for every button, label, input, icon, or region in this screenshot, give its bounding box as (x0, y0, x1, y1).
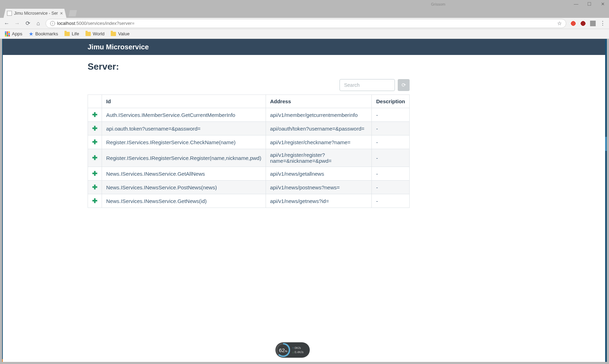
back-button[interactable]: ← (4, 20, 10, 27)
cell-address: api/v1/news/postnews?news= (266, 181, 372, 194)
cell-description: - (372, 108, 410, 122)
services-table: Id Address Description ✚Auth.IServices.I… (88, 94, 410, 208)
forward-button[interactable]: → (14, 20, 20, 27)
system-overlay-widget[interactable]: 62% 0K/s 0.4K/s (275, 342, 310, 358)
window-user-label: Grissom (0, 2, 445, 6)
expand-icon[interactable]: ✚ (88, 194, 102, 208)
expand-icon[interactable]: ✚ (88, 167, 102, 181)
cell-id: Register.IServices.IRegisterService.Regi… (102, 149, 266, 167)
window-minimize-button[interactable]: — (573, 1, 580, 7)
folder-icon (111, 32, 116, 36)
refresh-button[interactable]: ⟳ (398, 79, 410, 91)
cell-description: - (372, 194, 410, 208)
app-title: Jimu Microservice (88, 43, 149, 51)
bookmark-label: Value (118, 31, 129, 36)
url-bar[interactable]: i localhost:5000/services/index?server= … (46, 19, 566, 28)
expand-icon[interactable]: ✚ (88, 122, 102, 135)
col-description: Description (372, 95, 410, 108)
page-viewport: Jimu Microservice Server: ⟳ Id Address D… (2, 39, 607, 362)
bookmark-star-icon[interactable]: ☆ (557, 20, 562, 27)
cell-address: api/oauth/token?username=&password= (266, 122, 372, 135)
new-tab-button[interactable] (69, 10, 77, 16)
tab-close-icon[interactable]: × (60, 10, 63, 16)
bookmark-item[interactable]: ★ Bookmarks (29, 31, 58, 37)
bookmark-folder-life[interactable]: Life (64, 31, 79, 36)
expand-icon[interactable]: ✚ (88, 135, 102, 149)
table-row: ✚News.IServices.INewsService.GetNews(id)… (88, 194, 410, 208)
table-row: ✚api.oauth.token?username=&password=api/… (88, 122, 410, 135)
tab-title: Jimu Microservice - Ser (14, 11, 58, 16)
cell-id: News.IServices.INewsService.GetAllNews (102, 167, 266, 181)
apps-button[interactable]: Apps (5, 31, 22, 36)
expand-icon[interactable]: ✚ (88, 149, 102, 167)
cell-address: api/v1/register/register?name=&nickname=… (266, 149, 372, 167)
cell-id: News.IServices.INewsService.GetNews(id) (102, 194, 266, 208)
browser-toolbar: ← → ⟳ ⌂ i localhost:5000/services/index?… (0, 18, 609, 29)
cell-id: Auth.IServices.IMemberService.GetCurrent… (102, 108, 266, 122)
bookmark-label: Bookmarks (35, 31, 58, 36)
cell-address: api/v1/register/checkname?name= (266, 135, 372, 149)
folder-icon (64, 32, 70, 36)
extension-icon[interactable] (590, 21, 596, 26)
net-download: 0.4K/s (292, 350, 303, 354)
cell-address: api/v1/news/getallnews (266, 167, 372, 181)
cell-description: - (372, 167, 410, 181)
cpu-gauge: 62% (276, 343, 290, 357)
network-stats: 0K/s 0.4K/s (292, 346, 303, 354)
bookmark-label: Life (72, 31, 79, 36)
search-input[interactable] (340, 79, 395, 91)
extension-icon[interactable] (570, 21, 576, 26)
expand-icon[interactable]: ✚ (88, 108, 102, 122)
star-icon: ★ (29, 31, 33, 37)
reload-button[interactable]: ⟳ (25, 20, 31, 27)
bookmark-label: Apps (12, 31, 22, 36)
cell-id: api.oauth.token?username=&password= (102, 122, 266, 135)
cell-id: News.IServices.INewsService.PostNews(new… (102, 181, 266, 194)
page-icon (7, 11, 12, 16)
right-accent (605, 39, 607, 362)
table-row: ✚News.IServices.INewsService.PostNews(ne… (88, 181, 410, 194)
table-row: ✚News.IServices.INewsService.GetAllNewsa… (88, 167, 410, 181)
cell-description: - (372, 181, 410, 194)
col-expand (88, 95, 102, 108)
cell-description: - (372, 149, 410, 167)
window-close-button[interactable]: ✕ (599, 1, 606, 7)
page-heading: Server: (88, 61, 410, 72)
col-id: Id (102, 95, 266, 108)
cell-address: api/v1/news/getnews?id= (266, 194, 372, 208)
refresh-icon: ⟳ (402, 82, 406, 88)
cell-id: Register.IServices.IRegisterService.Chec… (102, 135, 266, 149)
folder-icon (85, 32, 91, 36)
window-maximize-button[interactable]: ☐ (586, 1, 593, 7)
url-text: localhost:5000/services/index?server= (57, 21, 135, 26)
page-content: Server: ⟳ Id Address Description ✚Auth.I… (2, 55, 410, 208)
browser-tab-strip: Jimu Microservice - Ser × (0, 8, 609, 18)
table-row: ✚Auth.IServices.IMemberService.GetCurren… (88, 108, 410, 122)
apps-icon (5, 31, 10, 36)
expand-icon[interactable]: ✚ (88, 181, 102, 194)
window-titlebar: Grissom — ☐ ✕ (0, 0, 609, 8)
bookmark-label: World (93, 31, 105, 36)
cpu-percent: 62% (279, 347, 287, 353)
table-header-row: Id Address Description (88, 95, 410, 108)
cell-address: api/v1/member/getcurrentmemberinfo (266, 108, 372, 122)
net-upload: 0K/s (292, 346, 303, 350)
cell-description: - (372, 122, 410, 135)
table-row: ✚Register.IServices.IRegisterService.Che… (88, 135, 410, 149)
home-button[interactable]: ⌂ (35, 20, 41, 27)
site-info-icon[interactable]: i (50, 21, 55, 26)
bookmark-folder-world[interactable]: World (85, 31, 105, 36)
bookmarks-bar: Apps ★ Bookmarks Life World Value (0, 29, 609, 39)
col-address: Address (266, 95, 372, 108)
bookmark-folder-value[interactable]: Value (111, 31, 129, 36)
browser-menu-button[interactable]: ⋮ (600, 20, 605, 27)
table-row: ✚Register.IServices.IRegisterService.Reg… (88, 149, 410, 167)
cell-description: - (372, 135, 410, 149)
browser-tab[interactable]: Jimu Microservice - Ser × (4, 9, 67, 18)
extension-icon[interactable] (580, 21, 586, 26)
left-accent (2, 39, 3, 362)
app-header: Jimu Microservice (2, 39, 607, 55)
search-row: ⟳ (88, 79, 410, 91)
